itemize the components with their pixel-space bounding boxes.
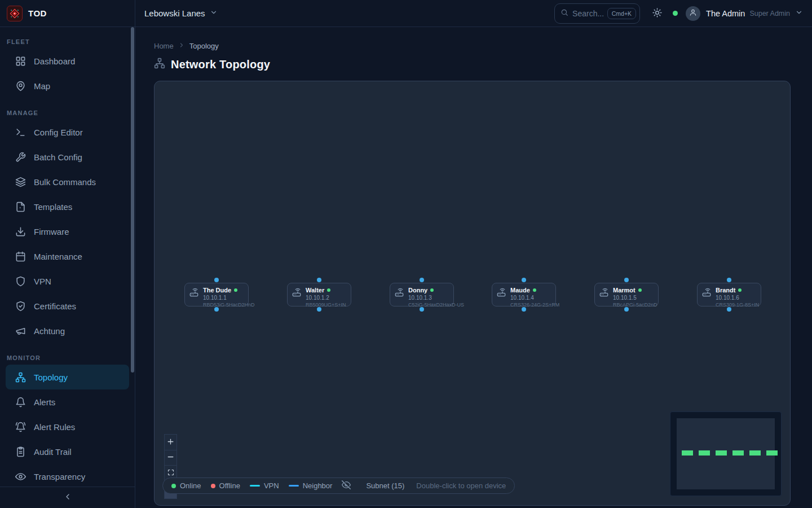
shield-icon [15,276,26,287]
zoom-out-button[interactable] [165,450,176,465]
sidebar-item-templates[interactable]: Templates [6,194,129,219]
sidebar-item-label: Firmware [34,227,69,237]
breadcrumb: Home Topology [154,42,791,50]
bell-icon [15,397,26,408]
online-status-dot [638,288,642,292]
connection-handle[interactable] [522,278,526,282]
sidebar-item-label: Maintenance [34,252,82,261]
search-icon [561,8,568,19]
sidebar-item-alert-rules[interactable]: Alert Rules [6,414,129,439]
sidebar-item-label: Batch Config [34,152,82,162]
sidebar-item-certificates[interactable]: Certificates [6,294,129,318]
clipboard-icon [15,446,26,457]
topbar-right: Cmd+K The Admin Super Admin [554,3,803,24]
sidebar-collapse-button[interactable] [0,487,135,508]
theme-toggle-button[interactable] [652,8,662,19]
minimap[interactable] [670,411,782,496]
sidebar-item-vpn[interactable]: VPN [6,269,129,294]
plus-icon [167,438,174,447]
minus-icon [167,453,174,462]
sidebar-item-firmware[interactable]: Firmware [6,219,129,244]
device-node-maude[interactable]: Maude 10.10.1.4 CRS326-24G-2S+RM [492,283,556,306]
device-ip: 10.10.1.3 [408,295,464,301]
device-node-the-dude[interactable]: The Dude 10.10.1.1 RBD53iG-5HacD2HnD [184,283,249,306]
canvas-hint: Double-click to open device [416,481,506,490]
section-label-manage: MANAGE [0,110,135,116]
sun-icon [652,8,662,19]
router-icon [702,288,711,299]
device-node-walter[interactable]: Walter 10.10.1.2 RB5009UG+S+IN [287,283,351,306]
sidebar-scrollbar[interactable] [131,27,134,373]
connection-status-dot [673,11,678,16]
sidebar-item-alerts[interactable]: Alerts [6,389,129,414]
sidebar-item-map[interactable]: Map [6,73,129,98]
user-menu-button[interactable] [795,8,803,18]
device-node-marmot[interactable]: Marmot 10.10.1.5 RBcAPGi-5acD2nD [594,283,659,306]
connection-handle[interactable] [317,307,321,312]
connection-handle[interactable] [727,307,731,312]
sidebar-item-label: Audit Trail [34,447,72,457]
sidebar-item-label: Bulk Commands [34,177,96,187]
minimap-node [716,450,727,456]
vpn-line-icon [250,485,260,487]
minimap-node [766,450,778,456]
search-input[interactable] [572,9,603,18]
search-box[interactable]: Cmd+K [554,3,640,24]
bell-ring-icon [15,422,26,432]
device-node-brandt[interactable]: Brandt 10.10.1.6 CRS309-1G-8S+IN [697,283,761,306]
connection-handle[interactable] [317,278,321,282]
connection-handle[interactable] [624,307,629,312]
section-label-fleet: FLEET [0,38,135,45]
wrench-icon [15,152,26,163]
connection-handle[interactable] [214,278,219,282]
breadcrumb-home[interactable]: Home [154,42,174,50]
device-name: Maude [510,287,530,294]
sidebar-item-transparency[interactable]: Transparency [6,464,129,487]
device-node-donny[interactable]: Donny 10.10.1.3 C52iG-5HaxD2HaxD-US [390,283,454,306]
connection-handle[interactable] [624,278,629,282]
device-model: RB5009UG+S+IN [306,302,346,308]
legend-vpn: VPN [250,481,279,490]
app-logo[interactable]: TOD [0,0,135,27]
topbar: Lebowski Lanes Cmd+K The Admin Super Adm… [135,0,812,27]
topology-canvas[interactable]: The Dude 10.10.1.1 RBD53iG-5HacD2HnD Wal… [154,81,791,506]
topology-icon [15,372,26,383]
device-ip: 10.10.1.1 [203,295,255,301]
toggle-labels-button[interactable] [342,480,351,491]
online-status-dot [738,288,742,292]
connection-handle[interactable] [727,278,731,282]
minimap-node [699,450,710,456]
connection-handle[interactable] [420,307,424,312]
sidebar-item-label: Alerts [34,397,55,407]
terminal-icon [15,127,26,138]
file-icon [15,202,26,212]
sidebar-item-config-editor[interactable]: Config Editor [6,120,129,144]
sidebar-item-bulk-commands[interactable]: Bulk Commands [6,169,129,194]
org-switcher[interactable]: Lebowski Lanes [144,8,218,18]
device-ip: 10.10.1.5 [613,295,657,301]
sidebar-item-dashboard[interactable]: Dashboard [6,49,129,73]
router-icon [497,288,506,299]
minimap-node [682,450,693,456]
eye-icon [15,471,26,482]
map-pin-icon [15,81,26,91]
chevron-left-icon [63,492,72,503]
connection-handle[interactable] [214,307,219,312]
connection-handle[interactable] [420,278,424,282]
legend-online: Online [171,481,201,490]
user-avatar[interactable] [686,6,700,21]
chevron-down-icon [210,8,218,18]
sidebar-item-audit-trail[interactable]: Audit Trail [6,439,129,464]
sidebar-item-topology[interactable]: Topology [6,365,129,389]
sidebar-item-batch-config[interactable]: Batch Config [6,144,129,169]
connection-handle[interactable] [522,307,526,312]
device-name: Donny [408,287,427,294]
router-icon [189,288,198,299]
layers-icon [15,177,26,187]
neighbor-line-icon [289,485,299,487]
device-ip: 10.10.1.6 [716,295,759,301]
zoom-in-button[interactable] [165,435,176,450]
sidebar-item-maintenance[interactable]: Maintenance [6,244,129,269]
sidebar-item-achtung[interactable]: Achtung [6,318,129,343]
sidebar-item-label: Dashboard [34,56,75,66]
